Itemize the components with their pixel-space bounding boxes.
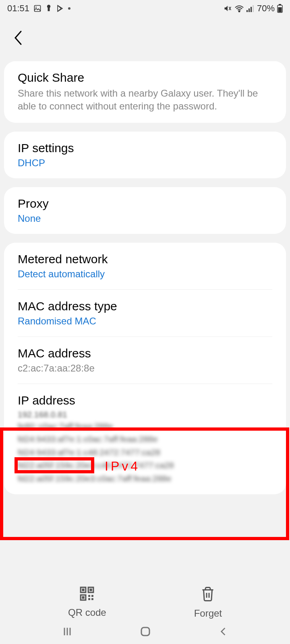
- svg-rect-17: [90, 588, 92, 591]
- svg-rect-3: [48, 6, 50, 11]
- svg-rect-20: [88, 595, 90, 597]
- signal-icon: [246, 5, 255, 12]
- bottom-actions: QR code Forget: [0, 586, 290, 619]
- svg-rect-13: [278, 7, 282, 12]
- qr-code-label: QR code: [68, 607, 106, 618]
- back-button[interactable]: [10, 27, 27, 49]
- svg-rect-22: [88, 598, 90, 600]
- mac-address-item: MAC address c2:ac:7a:aa:28:8e: [18, 337, 272, 384]
- svg-point-6: [238, 11, 240, 12]
- gallery-icon: [33, 4, 41, 12]
- metered-network-item[interactable]: Metered network Detect automatically: [18, 243, 272, 290]
- svg-rect-8: [249, 8, 250, 12]
- quick-share-description: Share this network with a nearby Galaxy …: [18, 87, 272, 113]
- svg-rect-23: [91, 598, 93, 600]
- quick-share-card[interactable]: Quick Share Share this network with a ne…: [4, 61, 286, 123]
- ip-address-line4: fd24:9433:af7e:1:c48:2472:7477:ca28: [18, 446, 272, 458]
- qr-code-button[interactable]: QR code: [68, 586, 106, 619]
- mac-address-value: c2:ac:7a:aa:28:8e: [18, 363, 272, 374]
- proxy-value: None: [18, 213, 272, 224]
- nav-home-button[interactable]: [139, 625, 151, 639]
- mac-type-title: MAC address type: [18, 299, 272, 313]
- status-bar: 01:51 70%: [0, 0, 290, 15]
- forget-button[interactable]: Forget: [194, 586, 222, 619]
- svg-rect-0: [35, 6, 41, 12]
- ip-settings-value: DHCP: [18, 157, 272, 169]
- status-right: 70%: [223, 3, 283, 14]
- lock-icon: [46, 4, 52, 12]
- forget-label: Forget: [194, 608, 222, 619]
- navigation-bar: [0, 621, 290, 644]
- status-left: 01:51: [7, 3, 70, 14]
- battery-percentage: 70%: [257, 3, 275, 14]
- mac-type-item[interactable]: MAC address type Randomised MAC: [18, 290, 272, 337]
- trash-icon: [201, 586, 215, 604]
- svg-rect-19: [82, 596, 85, 599]
- svg-rect-15: [82, 588, 85, 591]
- ip-address-title: IP address: [18, 394, 272, 407]
- ip-settings-title: IP settings: [18, 141, 272, 155]
- ip-address-line3: fd24:9433:af7e:1:c0ac:7aff:feaa:288e: [18, 433, 272, 445]
- battery-icon: [277, 4, 283, 13]
- quick-share-title: Quick Share: [18, 71, 272, 85]
- ip-address-item: IP address 192.168.0.81 fe80::c0ac:7aff:…: [18, 384, 272, 494]
- ip-address-line5: fd22:a05f:159c:20e3:c48:2472:7477:ca28: [18, 459, 272, 471]
- svg-rect-29: [141, 627, 149, 636]
- svg-rect-9: [251, 7, 252, 12]
- nav-recents-button[interactable]: [62, 626, 73, 639]
- ip-settings-card[interactable]: IP settings DHCP: [4, 132, 286, 178]
- svg-rect-21: [91, 595, 93, 597]
- ip-address-line1: 192.168.0.81: [18, 410, 272, 419]
- proxy-title: Proxy: [18, 197, 272, 211]
- mute-icon: [223, 4, 232, 12]
- svg-point-1: [35, 6, 37, 8]
- mac-type-value: Randomised MAC: [18, 316, 272, 327]
- svg-rect-7: [246, 10, 248, 12]
- network-details-group: Metered network Detect automatically MAC…: [4, 243, 286, 494]
- metered-value: Detect automatically: [18, 268, 272, 280]
- nav-back-button[interactable]: [218, 626, 228, 639]
- ip-address-line2: fe80::c0ac:7aff:feaa:288e: [18, 420, 272, 432]
- wifi-icon: [234, 4, 244, 12]
- metered-title: Metered network: [18, 252, 272, 266]
- dot-icon: [68, 7, 70, 10]
- qr-code-icon: [79, 586, 95, 603]
- ip-address-line6: fd22:a05f:159c:20e3:c0ac:7aff:feaa:288e: [18, 473, 272, 485]
- mac-address-title: MAC address: [18, 347, 272, 360]
- svg-rect-10: [253, 5, 254, 12]
- status-time: 01:51: [7, 3, 29, 14]
- play-store-icon: [56, 4, 64, 13]
- header: [0, 15, 290, 61]
- proxy-card[interactable]: Proxy None: [4, 187, 286, 234]
- svg-rect-12: [279, 4, 281, 5]
